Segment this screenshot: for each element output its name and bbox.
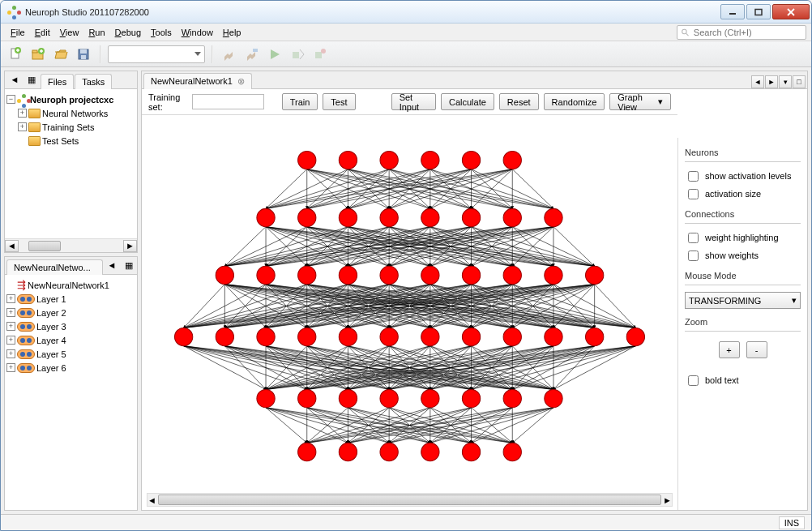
svg-point-423 xyxy=(380,208,398,226)
profile-button[interactable] xyxy=(310,45,330,64)
minimize-button[interactable] xyxy=(720,4,745,19)
training-set-field[interactable] xyxy=(192,94,264,109)
menu-run[interactable]: Run xyxy=(83,26,109,39)
menu-tools[interactable]: Tools xyxy=(146,26,177,39)
close-tab-icon[interactable]: ⊗ xyxy=(237,76,245,86)
svg-point-427 xyxy=(545,208,562,226)
show-activation-checkbox[interactable]: show activation levels xyxy=(685,169,801,183)
config-combo[interactable] xyxy=(108,45,205,63)
svg-point-460 xyxy=(380,443,398,460)
svg-line-269 xyxy=(595,285,636,328)
menu-file[interactable]: File xyxy=(6,26,30,39)
build-button[interactable] xyxy=(220,45,239,64)
tab-tasks[interactable]: Tasks xyxy=(75,74,112,89)
save-all-button[interactable] xyxy=(74,45,93,64)
menu-debug[interactable]: Debug xyxy=(110,26,146,39)
projects-hscroll[interactable]: ◄► xyxy=(5,238,137,252)
navigator-tab[interactable]: NewNeuralNetwo... xyxy=(6,259,103,275)
network-root[interactable]: ⇶NewNeuralNetwork1 xyxy=(6,278,135,292)
svg-point-457 xyxy=(545,389,562,407)
projects-tree[interactable]: −Neuroph projectcxc +Neural Networks +Tr… xyxy=(5,89,137,238)
scroll-left-button[interactable]: ◄ xyxy=(751,75,764,88)
svg-line-22 xyxy=(266,169,307,209)
svg-point-458 xyxy=(298,443,316,460)
reset-button[interactable]: Reset xyxy=(499,93,539,110)
nav-menu-icon[interactable]: ▦ xyxy=(122,258,136,272)
train-button[interactable]: Train xyxy=(282,93,318,110)
scroll-right-button[interactable]: ► xyxy=(765,75,778,88)
calculate-button[interactable]: Calculate xyxy=(441,93,494,110)
projects-panel: ◄ ▦ Files Tasks −Neuroph projectcxc +Neu… xyxy=(4,71,138,253)
svg-line-278 xyxy=(224,346,266,390)
menu-help[interactable]: Help xyxy=(218,26,246,39)
layer-item[interactable]: +Layer 2 xyxy=(6,306,135,319)
clean-build-button[interactable] xyxy=(242,45,262,64)
mouse-mode-combo[interactable]: TRANSFORMING▾ xyxy=(685,292,801,309)
svg-point-441 xyxy=(298,328,316,345)
svg-point-432 xyxy=(380,266,398,284)
menu-edit[interactable]: Edit xyxy=(30,26,55,39)
layer-item[interactable]: +Layer 5 xyxy=(6,347,135,361)
layer-item[interactable]: +Layer 1 xyxy=(6,292,135,306)
svg-rect-11 xyxy=(32,50,37,53)
set-input-button[interactable]: Set Input xyxy=(391,93,436,110)
layer-icon xyxy=(17,349,35,359)
svg-point-425 xyxy=(462,208,480,226)
canvas-hscroll[interactable]: ◄► xyxy=(147,493,673,507)
nav-left-icon[interactable]: ◄ xyxy=(105,258,119,272)
layer-item[interactable]: +Layer 3 xyxy=(6,319,135,333)
svg-point-426 xyxy=(503,208,521,226)
svg-line-150 xyxy=(184,285,225,328)
folder-icon xyxy=(28,122,41,132)
navigator-tree[interactable]: ⇶NewNeuralNetwork1 +Layer 1+Layer 2+Laye… xyxy=(5,275,137,510)
svg-point-449 xyxy=(626,328,644,345)
folder-test-sets[interactable]: Test Sets xyxy=(6,134,135,148)
menu-window[interactable]: Window xyxy=(177,26,218,39)
layer-item[interactable]: +Layer 4 xyxy=(6,333,135,347)
run-button[interactable] xyxy=(265,45,284,64)
nav-left-icon[interactable]: ◄ xyxy=(7,72,22,87)
tab-files[interactable]: Files xyxy=(41,74,74,89)
weight-highlighting-checkbox[interactable]: weight highlighting xyxy=(685,230,801,245)
zoom-in-button[interactable]: + xyxy=(719,341,740,358)
activation-size-checkbox[interactable]: activation size xyxy=(685,186,801,201)
new-file-button[interactable] xyxy=(6,45,25,64)
zoom-out-button[interactable]: - xyxy=(746,341,767,358)
menu-view[interactable]: View xyxy=(55,26,84,39)
svg-line-366 xyxy=(266,408,307,443)
svg-point-429 xyxy=(257,266,275,284)
svg-line-246 xyxy=(184,285,553,328)
close-button[interactable] xyxy=(772,4,810,19)
open-button[interactable] xyxy=(51,45,71,64)
folder-icon xyxy=(28,109,41,118)
svg-point-419 xyxy=(503,151,521,169)
maximize-editor-button[interactable]: □ xyxy=(793,75,806,88)
network-canvas[interactable] xyxy=(147,120,673,488)
test-button[interactable]: Test xyxy=(323,93,355,110)
svg-point-436 xyxy=(545,266,562,284)
new-project-button[interactable] xyxy=(28,45,48,64)
svg-point-418 xyxy=(462,151,480,169)
layer-item[interactable]: +Layer 6 xyxy=(6,361,135,375)
quick-search[interactable] xyxy=(677,25,806,40)
view-combo[interactable]: Graph View ▾ xyxy=(609,93,671,110)
editor-tab[interactable]: NewNeuralNetwork1 ⊗ xyxy=(143,73,252,89)
nav-menu-icon[interactable]: ▦ xyxy=(24,72,39,87)
editor-toolbar: Training set: Train Test Set Input Calcu… xyxy=(142,89,677,115)
layer-icon xyxy=(17,294,35,304)
bold-text-checkbox[interactable]: bold text xyxy=(685,373,801,388)
svg-line-411 xyxy=(430,408,553,443)
debug-button[interactable] xyxy=(288,45,307,64)
mouse-mode-heading: Mouse Mode xyxy=(685,271,801,280)
svg-point-463 xyxy=(503,443,521,460)
search-input[interactable] xyxy=(692,27,802,38)
dropdown-button[interactable]: ▾ xyxy=(779,75,792,88)
svg-point-462 xyxy=(462,443,480,460)
randomize-button[interactable]: Randomize xyxy=(544,93,605,110)
svg-point-433 xyxy=(421,266,439,284)
project-root[interactable]: −Neuroph projectcxc xyxy=(6,92,135,106)
show-weights-checkbox[interactable]: show weights xyxy=(685,248,801,263)
maximize-button[interactable] xyxy=(746,4,771,19)
folder-neural-networks[interactable]: +Neural Networks xyxy=(6,106,135,120)
folder-training-sets[interactable]: +Training Sets xyxy=(6,120,135,134)
